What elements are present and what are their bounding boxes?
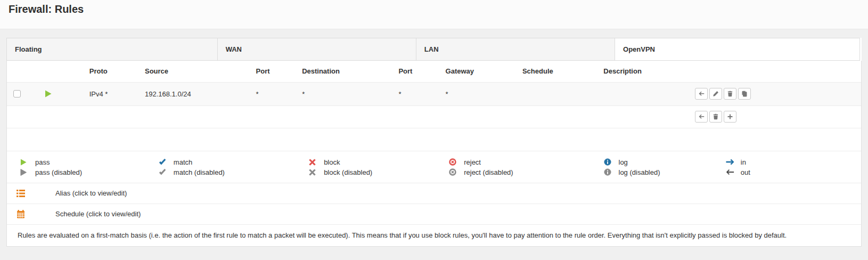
rule-row: IPv4 * 192.168.1.0/24 * * * * xyxy=(7,82,861,105)
log-icon xyxy=(604,158,619,166)
tab-label: WAN xyxy=(226,45,242,53)
interface-tab-bar: Floating WAN LAN OpenVPN xyxy=(6,38,862,61)
rule-legend: pass pass (disabled) match xyxy=(7,151,861,183)
tab-label: Floating xyxy=(15,45,42,53)
rule-destination: * xyxy=(296,82,392,105)
legend-col-log: log log (disabled) xyxy=(591,157,713,177)
rule-schedule xyxy=(516,82,597,105)
trash-icon xyxy=(727,91,733,97)
alias-legend-label: Alias (click to view/edit) xyxy=(55,189,127,197)
copy-icon xyxy=(741,91,748,97)
col-schedule: Schedule xyxy=(516,61,597,82)
delete-selected-button[interactable] xyxy=(709,111,722,123)
legend-label: out xyxy=(741,168,750,176)
legend-col-match: match match (disabled) xyxy=(145,157,296,177)
legend-label: reject xyxy=(464,158,481,166)
col-select xyxy=(7,61,38,82)
copy-rule-button[interactable] xyxy=(738,88,751,100)
table-controls-row xyxy=(7,105,861,128)
col-gateway: Gateway xyxy=(439,61,516,82)
delete-rule-button[interactable] xyxy=(724,88,736,100)
col-source: Source xyxy=(138,61,250,82)
pencil-icon xyxy=(713,91,719,97)
block-disabled-icon xyxy=(309,169,324,176)
legend-item: log (disabled) xyxy=(604,167,713,177)
legend-col-pass: pass pass (disabled) xyxy=(7,157,145,177)
legend-col-direction: in out xyxy=(713,157,861,177)
col-actions xyxy=(689,61,861,82)
legend-label: block xyxy=(324,158,340,166)
legend-item: reject (disabled) xyxy=(449,167,590,177)
rule-gateway: * xyxy=(439,82,516,105)
rule-source: 192.168.1.0/24 xyxy=(138,82,250,105)
legend-item: out xyxy=(726,167,861,177)
trash-icon xyxy=(713,113,719,120)
rules-evaluation-note: Rules are evaluated on a first-match bas… xyxy=(7,225,861,246)
legend-label: reject (disabled) xyxy=(464,168,513,176)
legend-label: pass (disabled) xyxy=(35,168,82,176)
legend-col-reject: reject reject (disabled) xyxy=(436,157,590,177)
move-selected-button[interactable] xyxy=(695,111,708,123)
rule-select-checkbox[interactable] xyxy=(13,90,21,98)
legend-label: pass xyxy=(35,158,50,166)
add-rule-button[interactable] xyxy=(724,111,736,123)
legend-item: match xyxy=(159,157,296,167)
col-action xyxy=(38,61,83,82)
rules-panel: Floating WAN LAN OpenVPN xyxy=(6,38,862,247)
tab-wan[interactable]: WAN xyxy=(217,38,416,61)
move-rule-button[interactable] xyxy=(695,88,708,100)
legend-label: log (disabled) xyxy=(619,168,660,176)
table-action-buttons xyxy=(695,111,855,123)
alias-list-icon xyxy=(17,189,25,198)
col-source-port: Port xyxy=(250,61,296,82)
tab-floating[interactable]: Floating xyxy=(6,38,218,61)
legend-label: match xyxy=(174,158,192,166)
legend-item: log xyxy=(604,157,713,167)
rule-action-buttons xyxy=(695,88,855,100)
tab-openvpn[interactable]: OpenVPN xyxy=(615,38,860,61)
legend-label: block (disabled) xyxy=(324,168,372,176)
legend-item: block (disabled) xyxy=(309,167,436,177)
reject-icon xyxy=(449,158,464,166)
rule-proto: IPv4 * xyxy=(83,82,138,105)
rules-table: Proto Source Port Destination Port Gatew… xyxy=(7,61,861,151)
block-icon xyxy=(309,159,324,166)
legend-item: pass xyxy=(20,157,145,167)
col-description: Description xyxy=(597,61,689,82)
in-arrow-icon xyxy=(726,159,741,165)
out-arrow-icon xyxy=(726,169,741,175)
rule-source-port: * xyxy=(250,82,296,105)
col-proto: Proto xyxy=(83,61,138,82)
arrow-left-icon xyxy=(698,91,705,97)
rule-destination-port: * xyxy=(392,82,439,105)
tab-label: OpenVPN xyxy=(623,45,655,53)
edit-rule-button[interactable] xyxy=(709,88,722,100)
plus-icon xyxy=(727,113,733,120)
match-icon xyxy=(159,159,174,166)
schedule-legend-row: Schedule (click to view/edit) xyxy=(7,204,861,225)
tab-label: LAN xyxy=(424,45,439,53)
legend-item: block xyxy=(309,157,436,167)
legend-label: in xyxy=(741,158,746,166)
tab-lan[interactable]: LAN xyxy=(416,38,615,61)
schedule-legend-label: Schedule (click to view/edit) xyxy=(55,210,141,218)
arrow-left-icon xyxy=(698,113,705,120)
col-destination-port: Port xyxy=(392,61,439,82)
reject-disabled-icon xyxy=(449,168,464,176)
content-area: Floating WAN LAN OpenVPN xyxy=(0,29,868,247)
legend-label: match (disabled) xyxy=(174,168,225,176)
legend-item: match (disabled) xyxy=(159,167,296,177)
pass-disabled-icon xyxy=(20,169,35,176)
log-disabled-icon xyxy=(604,168,619,176)
alias-legend-row: Alias (click to view/edit) xyxy=(7,183,861,204)
page-title: Firewall: Rules xyxy=(9,2,859,16)
pass-action-icon[interactable] xyxy=(45,90,76,98)
legend-item: reject xyxy=(449,157,590,167)
legend-col-block: block block (disabled) xyxy=(296,157,436,177)
table-header-row: Proto Source Port Destination Port Gatew… xyxy=(7,61,861,82)
legend-item: in xyxy=(726,157,861,167)
match-disabled-icon xyxy=(159,169,174,176)
legend-item: pass (disabled) xyxy=(20,167,145,177)
rule-description xyxy=(597,82,689,105)
empty-row xyxy=(7,128,861,151)
